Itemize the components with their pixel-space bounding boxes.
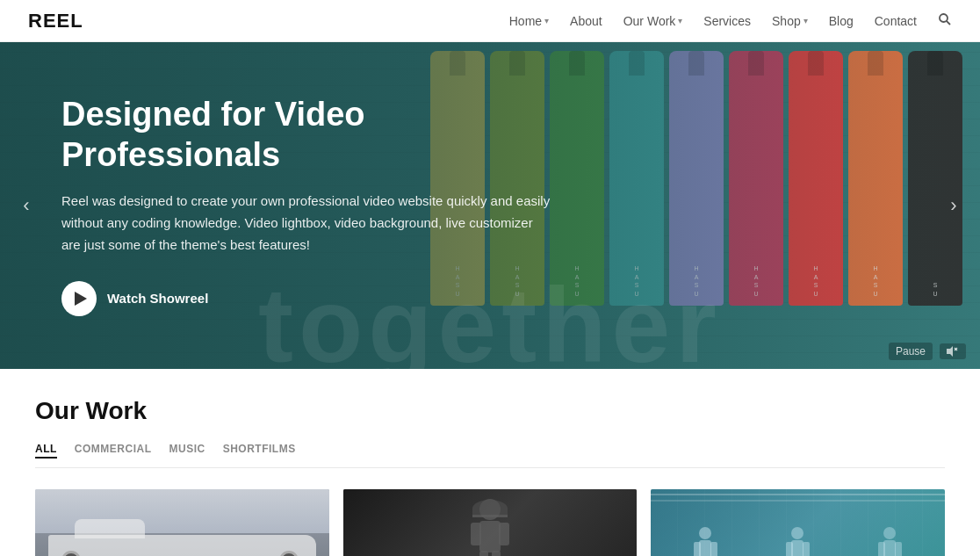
svg-point-17 <box>791 527 803 539</box>
hero-cta-button[interactable]: Watch Showreel <box>61 281 553 316</box>
nav-blog[interactable]: Blog <box>829 14 854 28</box>
nav-home[interactable]: Home ▾ <box>509 14 549 28</box>
filter-tab-commercial[interactable]: COMMERCIAL <box>75 443 152 459</box>
portfolio-section-title: Our Work <box>35 397 945 425</box>
main-content: Our Work ALL COMMERCIAL MUSIC SHORTFILMS <box>0 369 980 556</box>
svg-rect-9 <box>479 551 488 556</box>
svg-point-11 <box>699 527 711 539</box>
slider-prev-button[interactable]: ‹ <box>11 190 42 221</box>
hero-controls: Pause <box>889 343 966 360</box>
svg-rect-14 <box>710 542 717 556</box>
svg-point-0 <box>940 14 948 22</box>
hero-pause-button[interactable]: Pause <box>889 343 933 360</box>
nav-contact[interactable]: Contact <box>875 14 917 28</box>
play-button[interactable] <box>61 281 97 316</box>
svg-line-1 <box>947 20 950 24</box>
svg-rect-19 <box>786 542 793 556</box>
svg-rect-6 <box>479 521 501 552</box>
slider-next-button[interactable]: › <box>938 190 969 221</box>
hero-cta-label: Watch Showreel <box>107 291 208 306</box>
svg-point-23 <box>883 527 896 539</box>
site-logo[interactable]: REEL <box>28 10 83 32</box>
svg-rect-13 <box>694 542 701 556</box>
portfolio-item-car[interactable] <box>35 489 329 556</box>
play-triangle-icon <box>75 292 87 306</box>
svg-rect-10 <box>492 551 501 556</box>
nav-our-work[interactable]: Our Work ▾ <box>623 14 683 28</box>
nav-shop[interactable]: Shop ▾ <box>772 14 808 28</box>
svg-marker-2 <box>947 346 953 357</box>
search-icon[interactable] <box>938 12 952 30</box>
portfolio-item-gym[interactable] <box>651 489 945 556</box>
hero-description: Reel was designed to create your own pro… <box>61 191 553 256</box>
svg-rect-18 <box>791 540 803 556</box>
hero-slider: HASU HASU HASU HASU HASU HASU HASU HASU … <box>0 42 980 369</box>
svg-rect-24 <box>883 540 896 556</box>
filter-tab-music[interactable]: MUSIC <box>169 443 205 459</box>
our-work-dropdown-arrow: ▾ <box>678 16 682 25</box>
filter-tab-all[interactable]: ALL <box>35 443 57 459</box>
portfolio-item-person[interactable] <box>343 489 638 556</box>
svg-rect-26 <box>895 542 902 556</box>
svg-rect-8 <box>499 523 509 545</box>
svg-rect-25 <box>878 542 885 556</box>
shop-dropdown-arrow: ▾ <box>803 16 808 25</box>
main-nav: Home ▾ About Our Work ▾ Services Shop ▾ … <box>509 12 952 30</box>
hero-mute-button[interactable] <box>940 343 966 359</box>
svg-rect-12 <box>699 540 711 556</box>
filter-tab-shortfilms[interactable]: SHORTFILMS <box>223 443 296 459</box>
hero-content: Designed for Video Professionals Reel wa… <box>0 42 615 369</box>
nav-about[interactable]: About <box>570 14 602 28</box>
portfolio-grid <box>35 489 945 556</box>
home-dropdown-arrow: ▾ <box>544 16 549 25</box>
svg-rect-7 <box>471 523 481 545</box>
site-header: REEL Home ▾ About Our Work ▾ Services Sh… <box>0 0 980 42</box>
hero-title: Designed for Video Professionals <box>61 95 553 175</box>
nav-services[interactable]: Services <box>703 14 751 28</box>
portfolio-filters: ALL COMMERCIAL MUSIC SHORTFILMS <box>35 443 945 468</box>
svg-rect-20 <box>803 542 810 556</box>
